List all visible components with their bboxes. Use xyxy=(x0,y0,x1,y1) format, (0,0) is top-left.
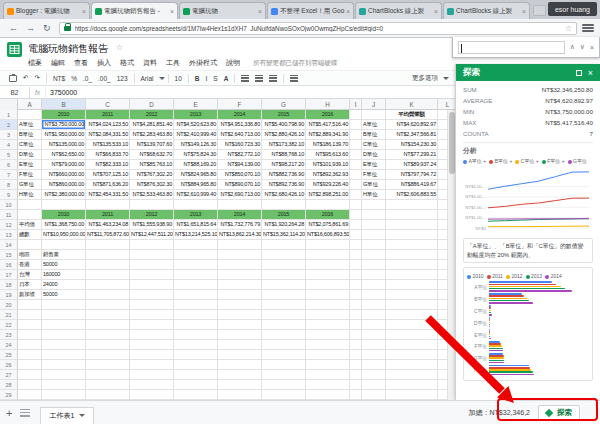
font-select[interactable]: Arial xyxy=(141,75,154,82)
grid-cell[interactable] xyxy=(130,360,174,370)
menu-item[interactable]: 插入 xyxy=(97,58,111,68)
grid-cell[interactable] xyxy=(130,390,174,400)
grid-cell[interactable] xyxy=(174,390,218,400)
grid-cell[interactable] xyxy=(130,310,174,320)
tab-close-icon[interactable]: × xyxy=(522,8,526,15)
grid-cell[interactable]: NT$2,610,999.40 xyxy=(174,190,218,200)
grid-cell[interactable] xyxy=(362,340,386,350)
grid-cell[interactable]: C單位 xyxy=(362,140,386,150)
grid-cell[interactable] xyxy=(218,340,262,350)
star-document-icon[interactable]: ☆ xyxy=(116,43,123,52)
all-sheets-icon[interactable] xyxy=(20,409,30,417)
grid-cell[interactable] xyxy=(18,340,42,350)
row-header[interactable]: 29 xyxy=(0,390,18,400)
grid-cell[interactable]: A單位 xyxy=(362,120,386,130)
grid-cell[interactable]: NT$101,939.10 xyxy=(306,160,350,170)
row-header[interactable]: 22 xyxy=(0,320,18,330)
grid-cell[interactable]: NT$660,000.00 xyxy=(42,170,86,180)
grid-cell[interactable]: NT$95,613.60 xyxy=(306,150,350,160)
grid-cell[interactable] xyxy=(350,280,362,290)
grid-cell[interactable] xyxy=(350,190,362,200)
grid-cell[interactable]: NT$876,302.30 xyxy=(130,180,174,190)
grid-cell[interactable] xyxy=(306,290,350,300)
grid-cell[interactable] xyxy=(218,370,262,380)
grid-cell[interactable]: NT$2,283,463.80 xyxy=(130,130,174,140)
grid-cell[interactable] xyxy=(306,300,350,310)
grid-cell[interactable]: NT$4,620,892.97 xyxy=(386,120,438,130)
grid-cell[interactable] xyxy=(262,350,306,360)
grid-cell[interactable]: 2014 xyxy=(218,110,262,120)
grid-cell[interactable] xyxy=(306,320,350,330)
grid-cell[interactable]: 2010 xyxy=(42,210,86,220)
grid-cell[interactable]: G單位 xyxy=(18,180,42,190)
grid-cell[interactable] xyxy=(386,360,438,370)
grid-cell[interactable]: NT$2,075,861.69 xyxy=(306,220,350,230)
grid-cell[interactable] xyxy=(386,320,438,330)
grid-cell[interactable] xyxy=(42,330,86,340)
grid-cell[interactable] xyxy=(86,340,130,350)
grid-cell[interactable] xyxy=(42,200,86,210)
grid-cell[interactable] xyxy=(130,200,174,210)
document-title[interactable]: 電腦玩物銷售報告 xyxy=(28,42,108,56)
grid-cell[interactable]: 50000 xyxy=(42,290,86,300)
grid-cell[interactable] xyxy=(386,200,438,210)
grid-cell[interactable] xyxy=(130,250,174,260)
font-size-select[interactable]: 10 xyxy=(175,75,182,82)
decrease-decimals-button[interactable]: .0_ xyxy=(83,75,92,82)
grid-cell[interactable]: NT$89,937.24 xyxy=(386,160,438,170)
grid-cell[interactable] xyxy=(262,360,306,370)
grid-cell[interactable] xyxy=(350,390,362,400)
grid-cell[interactable]: NT$892,736.90 xyxy=(262,180,306,190)
grid-cell[interactable] xyxy=(218,360,262,370)
grid-cell[interactable] xyxy=(18,110,42,120)
column-header[interactable]: H xyxy=(306,99,350,109)
grid-cell[interactable] xyxy=(386,350,438,360)
column-header[interactable]: L xyxy=(438,99,455,109)
grid-cell[interactable]: NT$2,606,883.55 xyxy=(386,190,438,200)
grid-cell[interactable]: NT$154,230.30 xyxy=(386,140,438,150)
grid-cell[interactable]: NT$94,139.00 xyxy=(218,160,262,170)
grid-cell[interactable] xyxy=(262,300,306,310)
grid-cell[interactable] xyxy=(350,110,362,120)
grid-cell[interactable] xyxy=(386,300,438,310)
grid-cell[interactable] xyxy=(174,320,218,330)
grid-cell[interactable] xyxy=(362,220,386,230)
grid-cell[interactable] xyxy=(86,300,130,310)
tab-close-icon[interactable]: × xyxy=(170,8,174,15)
grid-cell[interactable] xyxy=(362,300,386,310)
add-sheet-button[interactable]: + xyxy=(6,407,12,419)
grid-cell[interactable]: NT$824,965.80 xyxy=(174,170,218,180)
menu-item[interactable]: 外掛程式 xyxy=(189,58,217,68)
grid-cell[interactable] xyxy=(362,290,386,300)
grid-cell[interactable]: F單位 xyxy=(18,170,42,180)
grid-cell[interactable]: NT$11,705,872.60 xyxy=(86,230,130,240)
grid-cell[interactable] xyxy=(386,310,438,320)
grid-cell[interactable] xyxy=(130,270,174,280)
find-close-icon[interactable]: × xyxy=(590,44,594,51)
grid-cell[interactable] xyxy=(86,370,130,380)
row-header[interactable]: 14 xyxy=(0,240,18,250)
redo-icon[interactable]: ↷ xyxy=(34,74,39,82)
grid-cell[interactable]: NT$2,084,331.50 xyxy=(86,130,130,140)
grid-cell[interactable]: NT$1,368,750.00 xyxy=(42,220,86,230)
grid-cell[interactable]: NT$82,333.10 xyxy=(86,160,130,170)
grid-cell[interactable]: F單位 xyxy=(362,170,386,180)
grid-cell[interactable] xyxy=(218,310,262,320)
grid-cell[interactable] xyxy=(218,330,262,340)
grid-cell[interactable] xyxy=(386,390,438,400)
grid-cell[interactable] xyxy=(42,300,86,310)
grid-cell[interactable] xyxy=(306,360,350,370)
grid-cell[interactable] xyxy=(350,250,362,260)
grid-cell[interactable] xyxy=(86,320,130,330)
increase-decimals-button[interactable]: .00_ xyxy=(98,75,111,82)
find-input[interactable] xyxy=(458,41,565,54)
grid-cell[interactable] xyxy=(262,200,306,210)
column-header[interactable]: K xyxy=(386,99,438,109)
grid-cell[interactable] xyxy=(18,370,42,380)
grid-cell[interactable] xyxy=(130,290,174,300)
grid-cell[interactable] xyxy=(350,210,362,220)
grid-cell[interactable]: NT$82,772.10 xyxy=(218,150,262,160)
grid-cell[interactable]: NT$139,707.60 xyxy=(130,140,174,150)
grid-cell[interactable] xyxy=(262,330,306,340)
grid-cell[interactable]: NT$882,736.90 xyxy=(262,170,306,180)
